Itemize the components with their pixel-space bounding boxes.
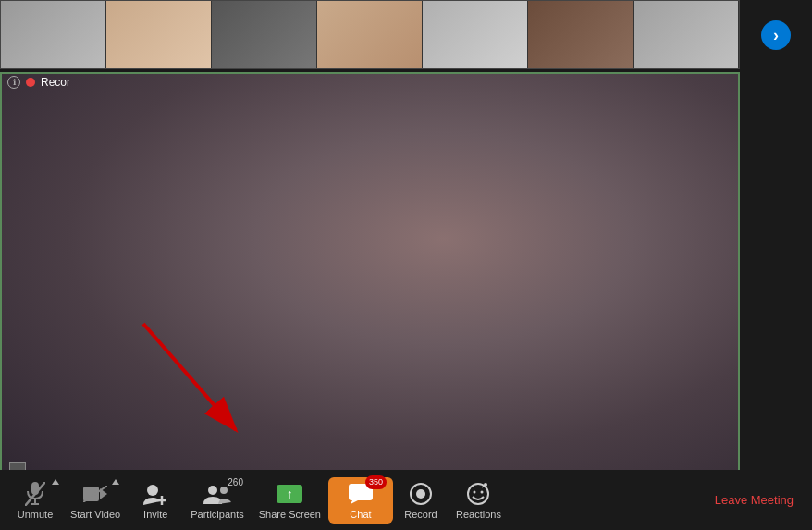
- invite-icon: [143, 483, 167, 505]
- unmute-button[interactable]: Unmute: [7, 477, 63, 524]
- start-video-label: Start Video: [70, 509, 120, 520]
- chat-badge: 350: [365, 475, 387, 489]
- share-screen-icon-area: [273, 481, 306, 507]
- reactions-icon-area: [461, 481, 495, 507]
- svg-marker-15: [351, 500, 358, 504]
- participants-button[interactable]: 260 Participants: [183, 477, 251, 524]
- toolbar: Unmute Start Video Invite: [0, 470, 812, 530]
- share-screen-button[interactable]: Share Screen: [252, 477, 328, 524]
- share-screen-label: Share Screen: [259, 509, 321, 520]
- record-label: Record: [404, 509, 437, 520]
- record-button[interactable]: Record: [393, 477, 449, 524]
- mic-icon: [25, 482, 45, 506]
- record-icon-area: [404, 481, 437, 507]
- leave-meeting-button[interactable]: Leave Meeting: [704, 487, 805, 512]
- unmute-label: Unmute: [18, 509, 54, 520]
- share-screen-icon: [277, 485, 302, 503]
- start-video-icon-area: [79, 481, 112, 507]
- participant-thumb-3: [212, 1, 317, 68]
- participant-thumb-5: [423, 1, 528, 68]
- participants-icon-area: 260: [201, 481, 234, 507]
- participant-thumb-6: [528, 1, 634, 68]
- svg-point-19: [474, 490, 476, 493]
- chat-icon-area: 350: [344, 481, 377, 507]
- recording-label: Recor: [41, 76, 70, 89]
- invite-button[interactable]: Invite: [128, 477, 183, 524]
- participant-thumb-7: [634, 1, 739, 68]
- start-video-button[interactable]: Start Video: [63, 477, 128, 524]
- info-icon: ℹ: [7, 76, 20, 89]
- participant-thumb-4: [317, 1, 423, 68]
- svg-point-17: [416, 489, 425, 499]
- reactions-icon: [466, 482, 490, 506]
- participants-label: Participants: [191, 509, 243, 520]
- record-icon: [409, 482, 433, 506]
- video-chevron[interactable]: [112, 479, 119, 485]
- svg-point-20: [481, 490, 484, 493]
- participant-thumb-1: [1, 1, 106, 68]
- svg-point-12: [208, 486, 217, 495]
- svg-point-9: [147, 485, 158, 496]
- recording-dot: [26, 78, 35, 87]
- svg-point-18: [468, 484, 488, 504]
- unmute-icon-area: [18, 481, 52, 507]
- strip-arrow-area: [740, 0, 812, 69]
- participants-count: 260: [228, 477, 243, 487]
- svg-point-13: [220, 487, 228, 494]
- invite-icon-area: [139, 481, 172, 507]
- reactions-button[interactable]: Reactions: [449, 477, 509, 524]
- participant-thumb-2: [106, 1, 212, 68]
- invite-label: Invite: [143, 509, 167, 520]
- next-participants-button[interactable]: [761, 20, 791, 50]
- chat-label: Chat: [350, 509, 371, 520]
- chat-button[interactable]: 350 Chat: [328, 477, 393, 524]
- unmute-chevron[interactable]: [52, 479, 59, 485]
- reactions-label: Reactions: [456, 509, 501, 520]
- svg-point-21: [484, 483, 487, 487]
- recording-bar: ℹ Recor: [0, 74, 78, 91]
- participant-strip: [0, 0, 740, 69]
- video-icon: [83, 486, 107, 502]
- main-video-area: [0, 72, 740, 488]
- leave-meeting-label: Leave Meeting: [715, 493, 794, 507]
